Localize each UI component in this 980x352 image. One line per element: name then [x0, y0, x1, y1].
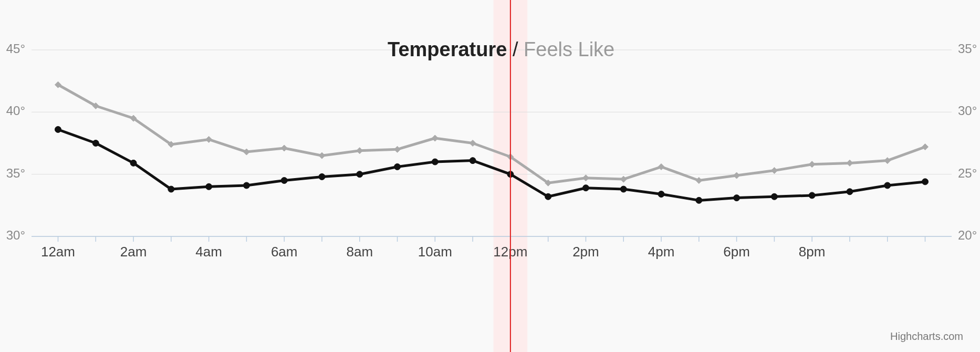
temperature-marker[interactable] — [771, 193, 777, 200]
feelslike-marker[interactable] — [206, 136, 212, 142]
x-axis-label: 2am — [120, 244, 147, 260]
temperature-marker[interactable] — [470, 158, 476, 164]
feelslike-marker[interactable] — [582, 175, 589, 181]
title-separator: / — [507, 38, 524, 60]
y-left-label: 30° — [6, 228, 25, 242]
feelslike-marker[interactable] — [243, 149, 249, 155]
temperature-marker[interactable] — [130, 160, 137, 166]
title-secondary: Feels Like — [524, 38, 614, 60]
x-axis-label: 4am — [195, 244, 222, 260]
temperature-marker[interactable] — [696, 197, 702, 203]
temperature-marker[interactable] — [432, 159, 438, 165]
chart-title: Temperature / Feels Like — [0, 16, 980, 84]
temperature-marker[interactable] — [55, 126, 61, 132]
temperature-marker[interactable] — [168, 186, 174, 192]
x-axis-label: 2pm — [572, 244, 599, 260]
temperature-marker[interactable] — [281, 178, 287, 184]
y-left-label: 40° — [6, 103, 25, 118]
temperature-marker[interactable] — [394, 163, 401, 170]
x-axis-label: 8am — [346, 244, 373, 260]
feelslike-marker[interactable] — [771, 168, 777, 174]
feelslike-marker[interactable] — [281, 145, 287, 151]
temperature-marker[interactable] — [319, 173, 325, 180]
feelslike-marker[interactable] — [734, 172, 740, 179]
temperature-marker[interactable] — [620, 186, 627, 192]
y-right-label: 30° — [958, 103, 977, 118]
y-left-label: 35° — [6, 166, 25, 180]
temperature-marker[interactable] — [243, 182, 249, 189]
temperature-marker[interactable] — [847, 189, 853, 195]
temperature-marker[interactable] — [357, 171, 363, 178]
x-axis-label: 6pm — [723, 244, 750, 260]
x-axis-label: 12am — [41, 244, 75, 260]
temperature-marker[interactable] — [582, 185, 589, 191]
temperature-marker[interactable] — [545, 193, 551, 200]
x-axis-label: 4pm — [648, 244, 675, 260]
feelslike-marker[interactable] — [319, 152, 325, 159]
y-right-label: 25° — [958, 166, 977, 180]
feelslike-marker[interactable] — [809, 161, 815, 168]
feelslike-marker[interactable] — [922, 144, 929, 150]
feelslike-marker[interactable] — [696, 178, 702, 184]
temperature-marker[interactable] — [884, 182, 891, 189]
x-axis-label: 10am — [418, 244, 452, 260]
feelslike-marker[interactable] — [847, 160, 853, 166]
temperature-marker[interactable] — [734, 195, 740, 201]
temperature-marker[interactable] — [922, 179, 929, 185]
credits-link[interactable]: Highcharts.com — [890, 330, 963, 343]
temperature-marker[interactable] — [809, 192, 815, 199]
feelslike-marker[interactable] — [470, 140, 476, 147]
temperature-marker[interactable] — [206, 183, 212, 190]
temperature-feelslike-chart[interactable]: Temperature / Feels Like 12am2am4am6am8a… — [0, 0, 980, 352]
x-axis-label: 8pm — [799, 244, 826, 260]
x-axis-label: 6am — [271, 244, 298, 260]
feelslike-marker[interactable] — [357, 148, 363, 154]
feelslike-marker[interactable] — [620, 176, 627, 182]
temperature-line[interactable] — [58, 130, 925, 201]
y-right-label: 20° — [958, 228, 977, 242]
title-primary: Temperature — [388, 38, 507, 60]
temperature-marker[interactable] — [658, 191, 664, 198]
feelslike-marker[interactable] — [394, 146, 401, 152]
feelslike-marker[interactable] — [432, 135, 438, 141]
temperature-marker[interactable] — [92, 140, 99, 147]
